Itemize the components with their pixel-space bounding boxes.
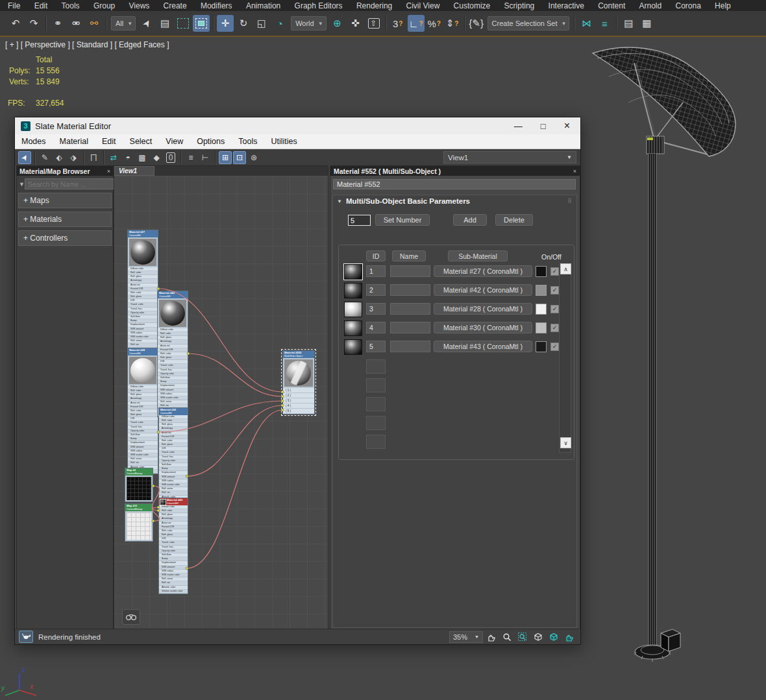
move-children-button[interactable]: ⇄: [107, 151, 120, 164]
selection-filter-dropdown[interactable]: All▼: [111, 16, 136, 30]
table-scrollbar[interactable]: [559, 263, 571, 453]
window-crossing-toggle[interactable]: [193, 15, 210, 32]
menu-customize[interactable]: Customize: [454, 1, 491, 10]
rollout-header[interactable]: ▼ Multi/Sub-Object Basic Parameters ⠿: [333, 195, 576, 207]
select-and-rotate-button[interactable]: ↻: [235, 15, 252, 32]
select-by-name-button[interactable]: ▤: [156, 15, 173, 32]
node-material-27[interactable]: Material #27CoronaMtlDiffuse colorRefl. …: [127, 230, 158, 356]
editor-menu-utilities[interactable]: Utilities: [271, 137, 297, 146]
menu-edit[interactable]: Edit: [34, 1, 48, 10]
editor-menu-options[interactable]: Options: [197, 137, 225, 146]
zoom-extents-icon[interactable]: [531, 631, 545, 643]
material-name-field[interactable]: Material #552: [333, 179, 576, 189]
render-map-button[interactable]: ⊛: [247, 151, 260, 164]
node-material-42[interactable]: Material #42CoronaMtlDiffuse colorRefl. …: [157, 291, 188, 417]
menu-content[interactable]: Content: [598, 1, 625, 10]
id-field[interactable]: 4: [366, 322, 386, 333]
name-field[interactable]: [390, 303, 430, 315]
node-slot[interactable]: ( 4 ): [283, 404, 314, 409]
onoff-checkbox[interactable]: ✓: [550, 267, 559, 276]
menu-tools[interactable]: Tools: [62, 1, 80, 10]
node-material-552[interactable]: Material #552Multi/Sub-Object( 1 )( 2 )(…: [282, 350, 315, 415]
color-swatch[interactable]: [536, 304, 547, 315]
node-material-28[interactable]: Material #28CoronaMtlDiffuse colorRefl. …: [127, 348, 158, 474]
select-and-move-button[interactable]: ✛: [217, 15, 234, 32]
menu-help[interactable]: Help: [715, 1, 731, 10]
navigator-binoculars-icon[interactable]: [122, 609, 140, 625]
onoff-checkbox[interactable]: ✓: [550, 305, 559, 313]
editor-menu-tools[interactable]: Tools: [238, 137, 257, 146]
angle-snap-toggle-button[interactable]: ∟?: [408, 15, 425, 32]
hide-unused-nodeslots-button[interactable]: ◓: [121, 151, 134, 164]
zoom-tool-icon[interactable]: [500, 631, 514, 643]
name-field[interactable]: [390, 322, 430, 333]
view-tab[interactable]: View1: [114, 166, 154, 176]
get-material-button[interactable]: ⬖: [53, 151, 66, 164]
menu-file[interactable]: File: [8, 1, 20, 10]
editor-menu-edit[interactable]: Edit: [102, 137, 116, 146]
show-material-preview-button[interactable]: ⊡: [233, 151, 246, 164]
menu-group[interactable]: Group: [93, 1, 115, 10]
delete-button[interactable]: Delete: [495, 214, 533, 226]
redo-button[interactable]: ↷: [25, 15, 42, 32]
node-slot[interactable]: ( 3 ): [283, 398, 314, 404]
node-material-43[interactable]: Material #43CoronaMtlDiffuse colorRefl. …: [158, 498, 188, 594]
layout-children-button[interactable]: ⊢: [199, 151, 212, 164]
node-slot[interactable]: ( 2 ): [283, 393, 314, 398]
browser-group-maps[interactable]: + Maps: [18, 193, 112, 208]
set-number-button[interactable]: Set Number: [375, 214, 430, 226]
viewport-label[interactable]: [ + ] [ Perspective ] [ Standard ] [ Edg…: [5, 40, 169, 49]
select-and-link-button[interactable]: ⚭: [49, 15, 66, 32]
sub-material-button[interactable]: Material #27 ( CoronaMtl ): [434, 265, 532, 277]
unlink-selection-button[interactable]: ⚮: [68, 15, 84, 32]
menu-corona[interactable]: Corona: [675, 1, 700, 10]
editor-titlebar[interactable]: 3 Slate Material Editor — □ ×: [15, 117, 580, 134]
pan-hand-icon[interactable]: [484, 631, 499, 643]
browser-options-dropdown-icon[interactable]: ▼: [19, 179, 25, 189]
id-field[interactable]: 5: [366, 341, 386, 352]
id-field[interactable]: 1: [366, 265, 386, 277]
node-map-11[interactable]: Map #11CoronaBitmap: [125, 503, 153, 542]
rectangular-selection-region-button[interactable]: [175, 15, 192, 32]
id-field[interactable]: 2: [366, 284, 386, 296]
mirror-button[interactable]: ⋈: [578, 15, 595, 32]
pan-to-selected-icon[interactable]: [562, 631, 576, 643]
color-swatch[interactable]: [536, 285, 547, 296]
node-slot[interactable]: ( 1 ): [283, 388, 314, 393]
sub-material-button[interactable]: Material #42 ( CoronaMtl ): [434, 284, 532, 296]
menu-rendering[interactable]: Rendering: [356, 1, 392, 10]
snaps-toggle-button[interactable]: 3?: [389, 15, 406, 32]
onoff-checkbox[interactable]: ✓: [550, 324, 559, 332]
params-close-icon[interactable]: ×: [573, 168, 576, 175]
close-button[interactable]: ×: [564, 120, 570, 132]
browser-close-icon[interactable]: ×: [107, 168, 110, 175]
toggle-scene-explorer-button[interactable]: ▤: [620, 15, 637, 32]
street-lamp-wireframe-model[interactable]: [578, 39, 766, 700]
editor-menu-select[interactable]: Select: [130, 137, 153, 146]
node-canvas[interactable]: Material #27CoronaMtlDiffuse colorRefl. …: [114, 176, 328, 629]
menu-views[interactable]: Views: [129, 1, 150, 10]
sample-type-button[interactable]: 0: [164, 151, 177, 164]
sub-material-button[interactable]: Material #28 ( CoronaMtl ): [434, 303, 532, 315]
editor-menu-view[interactable]: View: [166, 137, 183, 146]
edit-named-selection-sets-button[interactable]: {✎}: [468, 15, 485, 32]
layout-all-vertical-button[interactable]: ≡: [184, 151, 197, 164]
onoff-checkbox[interactable]: ✓: [550, 343, 559, 351]
select-and-scale-button[interactable]: ◱: [253, 15, 270, 32]
editor-menu-material[interactable]: Material: [60, 137, 88, 146]
menu-create[interactable]: Create: [164, 1, 187, 10]
scroll-up-button[interactable]: ∧: [560, 263, 571, 274]
minimize-button[interactable]: —: [514, 121, 523, 131]
sub-material-thumbnail[interactable]: [344, 264, 362, 280]
sub-material-column-header[interactable]: Sub-Material: [448, 250, 508, 261]
zoom-extents-selected-icon[interactable]: [547, 631, 561, 643]
toggle-layer-explorer-button[interactable]: ▦: [638, 15, 655, 32]
align-button[interactable]: ≡: [596, 15, 613, 32]
undo-button[interactable]: ↶: [7, 15, 24, 32]
node-map-2[interactable]: Map #2CoronaBitmap: [125, 468, 153, 502]
select-object-button[interactable]: ➤: [138, 15, 155, 32]
percent-snap-toggle-button[interactable]: %?: [426, 15, 443, 32]
color-swatch[interactable]: [536, 341, 547, 352]
add-button[interactable]: Add: [453, 214, 487, 226]
pick-material-from-object-button[interactable]: ✎: [38, 151, 51, 164]
